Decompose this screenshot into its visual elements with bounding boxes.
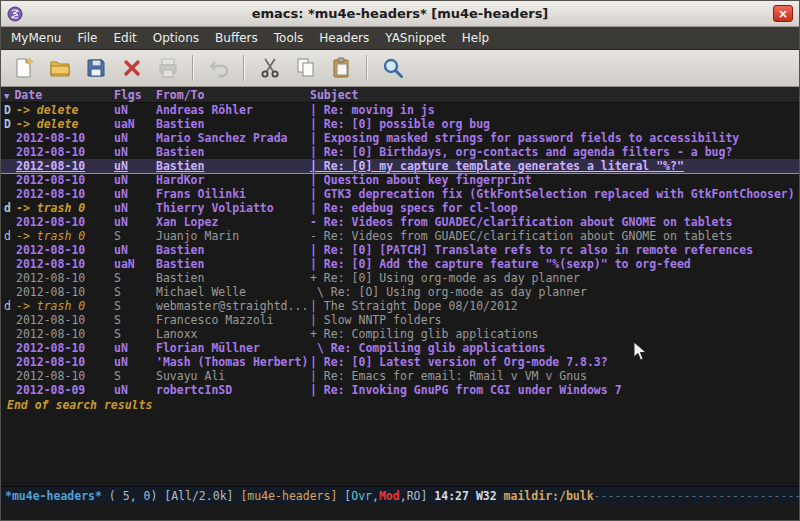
message-from: Francesco Mazzoli [156,313,310,327]
message-from: webmaster@straightd... [156,299,310,313]
message-date: 2012-08-09 [16,383,114,397]
message-date: 2012-08-10 [16,285,114,299]
echo-area[interactable] [1,504,799,520]
message-row[interactable]: 2012-08-10uaNBastien| Re: [0] Add the ca… [1,257,799,271]
message-mark [4,173,16,187]
menu-tools[interactable]: Tools [266,27,312,49]
message-subject: \ Re: Compiling glib applications [310,341,799,355]
message-date: 2012-08-10 [16,243,114,257]
copy-icon [294,56,318,80]
message-from: Juanjo Marin [156,229,310,243]
print-icon [156,56,180,80]
message-mark [4,187,16,201]
message-from: Bastien [156,159,310,173]
message-row[interactable]: 2012-08-10SLanoxx+ Re: Compiling glib ap… [1,327,799,341]
message-from: Bastien [156,271,310,285]
new-file-button[interactable] [7,53,40,84]
message-row[interactable]: d-> trash 0uNThierry Volpiatto| Re: edeb… [1,201,799,215]
close-button[interactable]: × [773,5,793,22]
column-header-date[interactable]: ▼Date [4,87,114,102]
message-from: Bastien [156,145,310,159]
paste-button[interactable] [325,53,358,84]
modeline-segment: ----------------------------------------… [594,489,799,503]
close-buffer-button[interactable] [115,53,148,84]
message-row[interactable]: 2012-08-10SBastien+ Re: [0] Using org-mo… [1,271,799,285]
toolbar [1,50,799,87]
message-row[interactable]: 2012-08-10uN'Mash (Thomas Herbert)| Re: … [1,355,799,369]
message-subject: | Question about key fingerprint [310,173,799,187]
message-date: 2012-08-10 [16,131,114,145]
message-mark: d [4,229,16,243]
message-mark [4,145,16,159]
message-subject: | Re: [0] Add the capture feature "%(sex… [310,257,799,271]
message-flags: S [114,299,156,313]
message-from: Mario Sanchez Prada [156,131,310,145]
message-flags: uN [114,103,156,117]
message-mark [4,271,16,285]
message-mark [4,341,16,355]
message-mark: D [4,117,16,131]
search-button[interactable] [376,53,409,84]
message-row[interactable]: 2012-08-10uNFrans Oilinki| GTK3 deprecat… [1,187,799,201]
message-row[interactable]: 2012-08-10uNBastien| Re: [0] Birthdays, … [1,145,799,159]
message-mark [4,131,16,145]
column-header-from[interactable]: From/To [156,87,310,102]
message-date: 2012-08-10 [16,355,114,369]
cut-button[interactable] [253,53,286,84]
open-folder-button[interactable] [43,53,76,84]
message-mark [4,327,16,341]
message-row[interactable]: 2012-08-10uNBastien| Re: [0] [PATCH] Tra… [1,243,799,257]
sort-descending-icon: ▼ [4,91,9,101]
message-row[interactable]: 2012-08-10uNFlorian Müllner \ Re: Compil… [1,341,799,355]
message-row[interactable]: 2012-08-10SFrancesco Mazzoli| Slow NNTP … [1,313,799,327]
message-row[interactable]: 2012-08-10SMichael Welle \ Re: [O] Using… [1,285,799,299]
message-date: 2012-08-10 [16,313,114,327]
message-subject: - Re: Videos from GUADEC/clarification a… [310,229,799,243]
close-icon: × [778,8,788,20]
emacs-window: emacs: *mu4e-headers* [mu4e-headers] × M… [0,0,800,521]
menu-edit[interactable]: Edit [106,27,145,49]
modeline[interactable]: *mu4e-headers* ( 5, 0) [All/2.0k] [mu4e-… [1,486,799,504]
message-flags: uaN [114,257,156,271]
message-flags: uN [114,383,156,397]
message-subject: | The Straight Dope 08/10/2012 [310,299,799,313]
message-row[interactable]: 2012-08-09uNrobertcInSD| Re: Invoking Gn… [1,383,799,397]
column-header-date-label: Date [14,88,42,102]
message-row[interactable]: 2012-08-10SSuvayu Ali| Re: Emacs for ema… [1,369,799,383]
message-row[interactable]: 2012-08-10uNBastien| Re: [0] my capture … [1,159,799,173]
search-icon [381,56,405,80]
save-button[interactable] [79,53,112,84]
message-row[interactable]: D-> deleteuNAndreas Röhler| Re: moving i… [1,103,799,117]
menu-file[interactable]: File [69,27,105,49]
message-row[interactable]: d-> trash 0SJuanjo Marin- Re: Videos fro… [1,229,799,243]
titlebar[interactable]: emacs: *mu4e-headers* [mu4e-headers] × [1,1,799,27]
message-flags: uN [114,215,156,229]
message-flags: S [114,369,156,383]
menu-headers[interactable]: Headers [311,27,377,49]
column-header-subject[interactable]: Subject [310,87,799,102]
menu-help[interactable]: Help [454,27,497,49]
message-subject: - Re: Videos from GUADEC/clarification a… [310,215,799,229]
message-row[interactable]: 2012-08-10uNMario Sanchez Prada| Exposin… [1,131,799,145]
column-header-flags[interactable]: Flgs [114,87,156,102]
message-row[interactable]: 2012-08-10uNHardKor| Question about key … [1,173,799,187]
message-flags: uN [114,131,156,145]
menu-buffers[interactable]: Buffers [207,27,266,49]
message-flags: uN [114,341,156,355]
message-row[interactable]: d-> trash 0Swebmaster@straightd...| The … [1,299,799,313]
message-from: 'Mash (Thomas Herbert) [156,355,310,369]
message-flags: S [114,271,156,285]
message-mark [4,257,16,271]
menubar: MyMenuFileEditOptionsBuffersToolsHeaders… [1,27,799,50]
message-row[interactable]: 2012-08-10uNXan Lopez- Re: Videos from G… [1,215,799,229]
message-row[interactable]: D-> deleteuaNBastien| Re: [0] possible o… [1,117,799,131]
message-subject: | Re: [0] Birthdays, org-contacts and ag… [310,145,799,159]
menu-mymenu[interactable]: MyMenu [3,27,69,49]
menu-options[interactable]: Options [145,27,207,49]
message-from: Thierry Volpiatto [156,201,310,215]
message-mark [4,355,16,369]
modeline-segment: maildir:/bulk [504,489,594,503]
message-subject: | Re: [0] possible org bug [310,117,799,131]
copy-button[interactable] [289,53,322,84]
menu-yasnippet[interactable]: YASnippet [377,27,454,49]
